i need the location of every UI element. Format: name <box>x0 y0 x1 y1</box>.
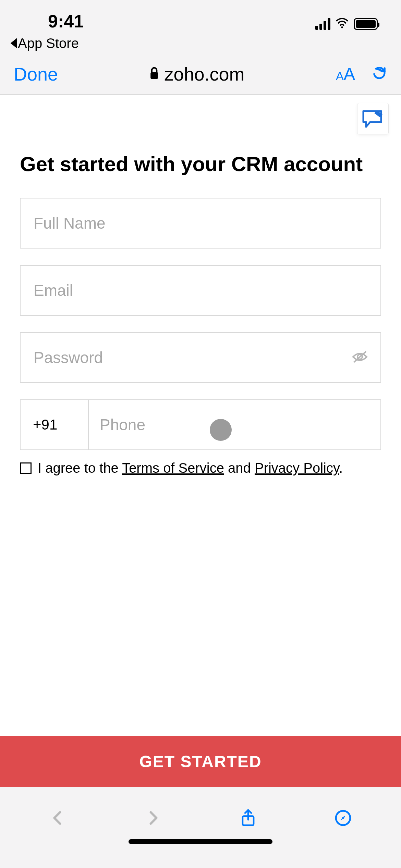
browser-top-bar: Done zoho.com AA <box>0 53 401 95</box>
back-caret-icon <box>10 38 17 48</box>
dial-code-selector[interactable]: +91 <box>21 400 89 449</box>
consent-checkbox[interactable] <box>20 462 32 474</box>
consent-suffix: . <box>339 460 343 475</box>
email-input[interactable] <box>21 266 380 315</box>
touch-indicator-icon <box>210 419 232 441</box>
open-in-safari-button[interactable] <box>335 809 352 828</box>
cellular-signal-icon <box>315 18 330 30</box>
page-body: Get started with your CRM account +91 <box>0 95 401 787</box>
phone-field-wrapper: +91 <box>20 399 381 450</box>
status-time: 9:41 <box>21 11 84 32</box>
dial-code-value: +91 <box>33 417 57 433</box>
done-button[interactable]: Done <box>14 63 58 85</box>
email-field-wrapper <box>20 265 381 316</box>
wifi-icon <box>335 16 349 32</box>
speech-bubble-edit-icon <box>362 109 384 128</box>
url-domain: zoho.com <box>164 63 244 85</box>
page-title: Get started with your CRM account <box>20 152 381 176</box>
toggle-password-visibility-button[interactable] <box>352 350 368 365</box>
reload-button[interactable] <box>372 65 387 83</box>
lock-icon <box>149 67 159 81</box>
full-name-field-wrapper <box>20 198 381 249</box>
forward-button[interactable] <box>144 809 161 828</box>
consent-prefix: I agree to the <box>38 460 122 475</box>
back-to-app-button[interactable]: App Store <box>0 33 401 53</box>
signup-form: Get started with your CRM account +91 <box>0 95 401 476</box>
browser-bottom-toolbar <box>0 787 401 850</box>
text-size-button[interactable]: AA <box>336 64 355 84</box>
url-display[interactable]: zoho.com <box>149 63 244 85</box>
svg-rect-2 <box>151 72 158 79</box>
battery-icon <box>354 18 378 30</box>
home-indicator[interactable] <box>129 839 272 844</box>
privacy-policy-link[interactable]: Privacy Policy <box>255 460 339 475</box>
svg-marker-1 <box>11 38 17 48</box>
back-to-app-label: App Store <box>18 36 79 51</box>
svg-marker-8 <box>341 816 345 820</box>
consent-mid: and <box>224 460 255 475</box>
terms-of-service-link[interactable]: Terms of Service <box>122 460 224 475</box>
browser-right-controls: AA <box>336 64 387 84</box>
full-name-input[interactable] <box>21 198 380 248</box>
back-button[interactable] <box>49 809 66 828</box>
status-bar: 9:41 <box>0 0 401 33</box>
password-input[interactable] <box>21 333 380 382</box>
get-started-button[interactable]: GET STARTED <box>0 736 401 787</box>
consent-row: I agree to the Terms of Service and Priv… <box>20 460 381 476</box>
svg-point-0 <box>341 26 343 28</box>
phone-input[interactable] <box>89 400 380 449</box>
consent-text: I agree to the Terms of Service and Priv… <box>38 460 343 476</box>
share-button[interactable] <box>240 809 257 828</box>
password-field-wrapper <box>20 332 381 383</box>
status-right <box>315 16 380 32</box>
feedback-button[interactable] <box>357 103 389 134</box>
